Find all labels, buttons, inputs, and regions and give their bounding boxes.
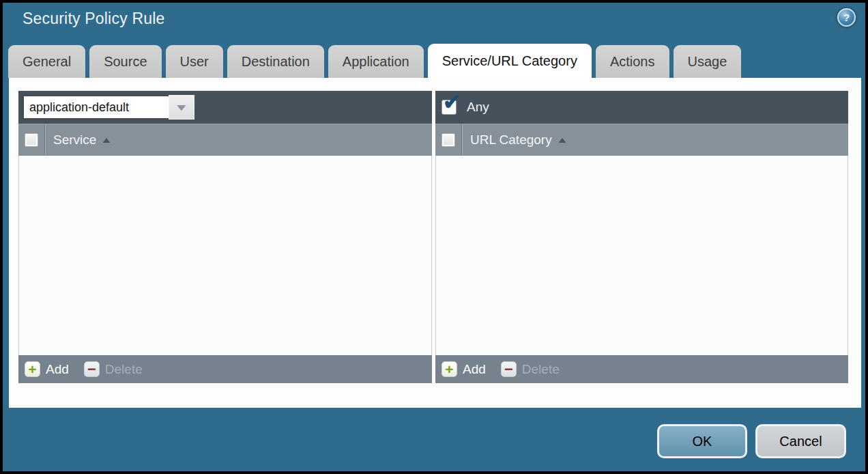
tab-service-url-category[interactable]: Service/URL Category bbox=[428, 44, 592, 78]
url-category-panel-footer: + Add − Delete bbox=[435, 355, 848, 383]
service-panel: ▼ Service ▲ + Add − Delete bbox=[18, 91, 432, 383]
url-category-add-icon[interactable]: + bbox=[442, 361, 457, 377]
url-category-panel: ✔ Any URL Category ▲ + Add − Delete bbox=[435, 91, 848, 383]
url-category-list bbox=[435, 156, 848, 355]
sort-asc-icon: ▲ bbox=[100, 135, 113, 145]
service-panel-header: ▼ bbox=[18, 91, 432, 124]
service-select-all-checkbox[interactable] bbox=[25, 133, 38, 147]
url-category-select-all-checkbox[interactable] bbox=[442, 133, 455, 147]
tab-destination[interactable]: Destination bbox=[227, 45, 324, 78]
url-category-column-label: URL Category bbox=[470, 133, 552, 148]
any-checkbox-label: Any bbox=[467, 100, 489, 115]
service-delete-icon[interactable]: − bbox=[84, 361, 100, 377]
url-category-panel-header: ✔ Any bbox=[435, 91, 848, 124]
service-type-dropdown-button[interactable]: ▼ bbox=[169, 95, 194, 120]
help-icon-glyph: ? bbox=[843, 12, 850, 23]
security-policy-rule-dialog: Security Policy Rule ? General Source Us… bbox=[0, 0, 868, 474]
url-category-column-header[interactable]: URL Category ▲ bbox=[435, 124, 848, 156]
url-category-delete-icon[interactable]: − bbox=[501, 361, 517, 377]
tab-usage[interactable]: Usage bbox=[674, 45, 742, 78]
service-add-icon[interactable]: + bbox=[25, 361, 40, 377]
service-delete-button[interactable]: Delete bbox=[105, 362, 143, 377]
column-separator bbox=[44, 124, 45, 156]
tab-bar: General Source User Destination Applicat… bbox=[8, 45, 741, 78]
plus-icon: + bbox=[445, 362, 453, 376]
service-list bbox=[18, 156, 432, 355]
minus-icon: − bbox=[87, 362, 96, 377]
tab-source[interactable]: Source bbox=[89, 45, 161, 78]
plus-icon: + bbox=[28, 362, 36, 376]
tab-application[interactable]: Application bbox=[328, 45, 424, 78]
service-column-header[interactable]: Service ▲ bbox=[18, 124, 432, 156]
url-category-add-button[interactable]: Add bbox=[463, 362, 486, 377]
cancel-button[interactable]: Cancel bbox=[755, 424, 846, 458]
tab-general[interactable]: General bbox=[8, 45, 85, 78]
service-type-combobox: ▼ bbox=[23, 95, 194, 120]
service-type-input[interactable] bbox=[23, 95, 169, 120]
service-column-label: Service bbox=[53, 133, 96, 148]
service-add-button[interactable]: Add bbox=[46, 362, 69, 377]
chevron-down-icon: ▼ bbox=[174, 102, 189, 112]
tab-actions[interactable]: Actions bbox=[596, 45, 669, 78]
help-icon[interactable]: ? bbox=[837, 8, 856, 27]
dialog-title: Security Policy Rule bbox=[23, 10, 165, 28]
any-checkbox[interactable]: ✔ bbox=[442, 100, 457, 115]
sort-asc-icon: ▲ bbox=[556, 135, 568, 145]
check-icon: ✔ bbox=[443, 92, 461, 113]
minus-icon: − bbox=[504, 362, 513, 377]
url-category-delete-button[interactable]: Delete bbox=[522, 362, 560, 377]
tab-content-area: ▼ Service ▲ + Add − Delete bbox=[9, 78, 861, 408]
tab-user[interactable]: User bbox=[166, 45, 223, 78]
service-panel-footer: + Add − Delete bbox=[18, 355, 432, 383]
column-separator bbox=[461, 124, 462, 156]
ok-button[interactable]: OK bbox=[657, 424, 747, 458]
